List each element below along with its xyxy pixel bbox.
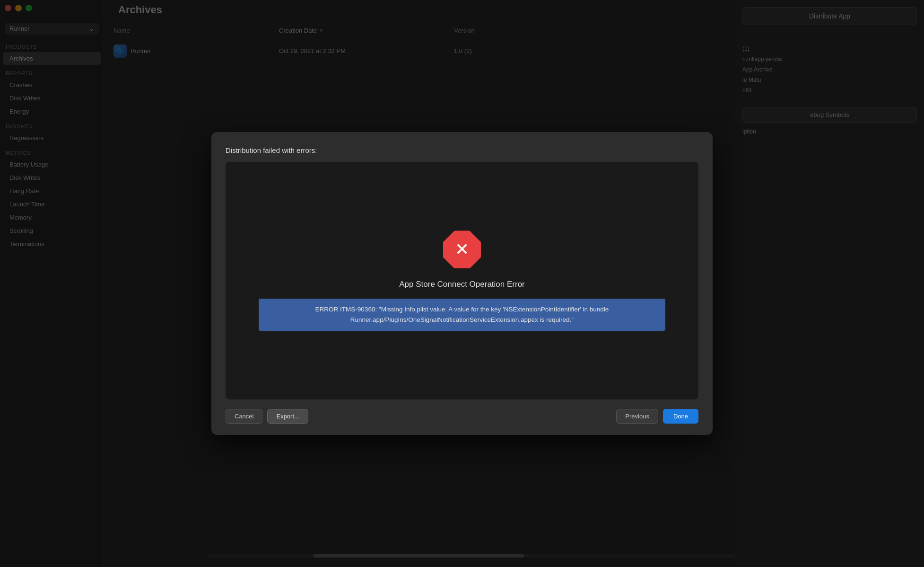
- modal-footer-right: Previous Done: [616, 409, 698, 424]
- modal-overlay: Distribution failed with errors: ✕ App S…: [0, 0, 924, 567]
- error-type-label: App Store Connect Operation Error: [399, 280, 525, 289]
- error-x-icon: ✕: [455, 241, 469, 258]
- error-octagon-icon: ✕: [443, 230, 481, 268]
- done-button[interactable]: Done: [663, 409, 698, 424]
- error-message-box: ERROR ITMS-90360: "Missing Info.plist va…: [259, 299, 665, 330]
- modal-title: Distribution failed with errors:: [226, 146, 698, 154]
- modal-footer-left: Cancel Export...: [226, 409, 308, 424]
- error-message-text: ERROR ITMS-90360: "Missing Info.plist va…: [268, 304, 656, 325]
- error-modal: Distribution failed with errors: ✕ App S…: [211, 132, 713, 435]
- modal-content-area: ✕ App Store Connect Operation Error ERRO…: [226, 162, 698, 399]
- cancel-button[interactable]: Cancel: [226, 409, 262, 424]
- error-icon-container: ✕: [443, 230, 481, 268]
- previous-button[interactable]: Previous: [616, 409, 658, 424]
- export-button[interactable]: Export...: [267, 409, 308, 424]
- modal-footer: Cancel Export... Previous Done: [226, 409, 698, 424]
